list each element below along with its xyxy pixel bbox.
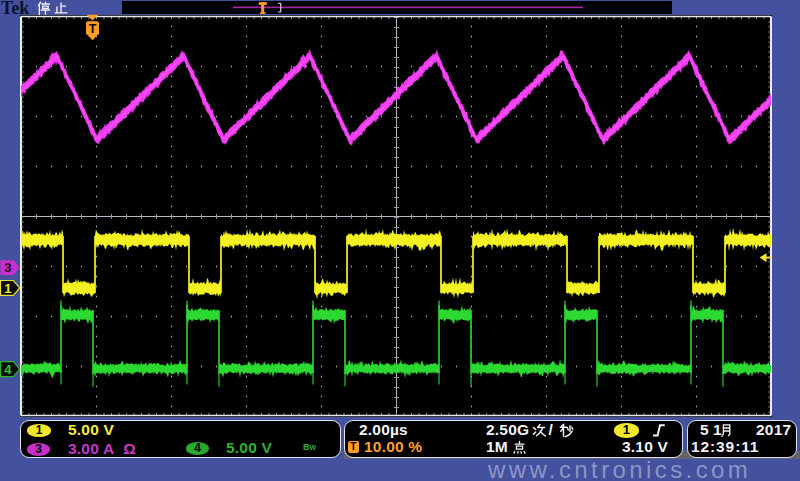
svg-text:1: 1 [4,281,11,296]
svg-text:4: 4 [4,362,12,377]
svg-text:3: 3 [4,260,11,275]
svg-text:T: T [89,22,97,36]
